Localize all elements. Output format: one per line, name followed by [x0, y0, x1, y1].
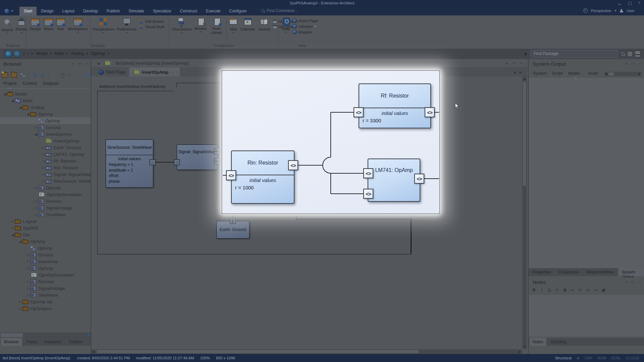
- search-button[interactable]: Search: [0, 17, 14, 35]
- expand-arrow-icon[interactable]: ▷: [26, 260, 30, 263]
- collapse-header-icon[interactable]: »: [97, 60, 100, 66]
- close-icon[interactable]: ×: [85, 62, 88, 66]
- tree-item-ground[interactable]: ▷Ground: [0, 124, 91, 131]
- libraries-button[interactable]: Libraries: [292, 24, 318, 28]
- dock-tab-browser[interactable]: Browser: [1, 338, 22, 346]
- tree-item-opamp[interactable]: ◢OpAmp: [0, 111, 91, 117]
- ribbon-tab-design[interactable]: Design: [37, 7, 58, 15]
- browser-horizontal-scrollbar[interactable]: [0, 333, 91, 338]
- new-folder-icon[interactable]: [11, 72, 17, 78]
- expand-arrow-icon[interactable]: ▷: [41, 179, 46, 183]
- chevron-down-icon[interactable]: [513, 63, 515, 64]
- new-diagram-icon[interactable]: [20, 73, 25, 77]
- tree-item-opamppre[interactable]: ▷OpAmppre: [0, 305, 91, 312]
- image-button[interactable]: ▣: [601, 288, 605, 292]
- scroll-down-icon[interactable]: [523, 346, 526, 348]
- block-lm741-opamp[interactable]: LM741: OpAmp: [368, 159, 420, 202]
- close-diagram-icon[interactable]: ×: [520, 62, 523, 65]
- expand-arrow-icon[interactable]: ▷: [34, 213, 38, 216]
- lm741-input-port-1[interactable]: <>: [363, 168, 373, 178]
- expand-arrow-icon[interactable]: ▷: [26, 293, 30, 297]
- discussions-button[interactable]: Discussions: [171, 17, 193, 34]
- find-command-box[interactable]: Find Command...: [261, 8, 298, 13]
- dock-tab-responsibilities[interactable]: Responsibilities: [583, 268, 618, 276]
- close-icon[interactable]: ×: [639, 281, 641, 284]
- tree-item-sinesource-sinewave[interactable]: ▷SineSource: SineWave: [0, 178, 91, 184]
- canvas-horizontal-scrollbar[interactable]: [91, 349, 522, 354]
- scroll-right-icon[interactable]: [88, 334, 90, 337]
- bold-button[interactable]: B: [532, 288, 536, 292]
- status-mode[interactable]: Structural: [555, 356, 571, 360]
- ribbon-tab-execute[interactable]: Execute: [202, 7, 225, 15]
- dock-tab-properties[interactable]: Properties: [529, 268, 554, 276]
- expand-panel-icon[interactable]: [86, 73, 89, 77]
- tree-item-opamp[interactable]: OpAmp: [0, 117, 91, 124]
- nav-back-button[interactable]: ←: [5, 50, 12, 58]
- browser-tab-context[interactable]: Context: [22, 81, 37, 86]
- tree-item-signalvoltage[interactable]: ▷SignalVoltage: [0, 285, 91, 292]
- perspectives-button[interactable]: Perspectives: [92, 17, 115, 34]
- scroll-left-icon[interactable]: [93, 351, 94, 353]
- search-icon[interactable]: [621, 52, 625, 56]
- nav-forward-button[interactable]: →: [13, 50, 21, 58]
- superscript-button[interactable]: x²: [578, 288, 582, 292]
- pin-icon[interactable]: [632, 281, 635, 283]
- scrollbar-thumb[interactable]: [1, 333, 23, 337]
- output-tab-system[interactable]: System: [533, 71, 547, 76]
- notes-content[interactable]: [529, 295, 644, 337]
- lm741-output-port[interactable]: <>: [414, 174, 424, 184]
- scroll-left-icon[interactable]: [605, 73, 607, 75]
- tree-item-invertopamp[interactable]: InvertOpAmp: [0, 137, 91, 144]
- tree-item-rf-resistor[interactable]: ▷Rf: Resistor: [0, 158, 91, 164]
- tree-item-resistor[interactable]: ▷Resistor: [0, 198, 91, 204]
- expand-arrow-icon[interactable]: ▷: [26, 253, 30, 256]
- collapse-arrow-icon[interactable]: ◢: [34, 132, 38, 136]
- tree-item-opamp[interactable]: ▷OpAmp: [0, 184, 91, 191]
- tree-item-opampsimulation[interactable]: OpAmpSimulation: [0, 272, 91, 278]
- tree-item-logical[interactable]: ▷Logical: [0, 218, 91, 225]
- tree-item-signalvoltage[interactable]: ▷SignalVoltage: [0, 204, 91, 211]
- maximize-button[interactable]: [628, 1, 632, 5]
- help-button[interactable]: Help: [280, 17, 291, 34]
- breadcrumb-item-math[interactable]: Math: [55, 51, 64, 56]
- design-button[interactable]: Design: [28, 17, 42, 32]
- tree-item-ground[interactable]: ▷Ground: [0, 251, 91, 258]
- expand-arrow-icon[interactable]: ▷: [41, 153, 46, 156]
- pin-icon[interactable]: [632, 63, 635, 65]
- tree-item-opamp[interactable]: OpAmp: [0, 245, 91, 251]
- tree-item-old[interactable]: ◢Old: [0, 231, 91, 238]
- hyperlink-button[interactable]: ∞: [594, 288, 598, 292]
- expand-arrow-icon[interactable]: ▷: [18, 300, 22, 303]
- ribbon-tab-publish[interactable]: Publish: [102, 7, 124, 15]
- breadcrumb-item-opamp[interactable]: OpAmp: [91, 51, 105, 56]
- scroll-right-icon[interactable]: [519, 351, 521, 353]
- new-package-icon[interactable]: [2, 72, 8, 78]
- ribbon-tab-configure[interactable]: Configure: [225, 7, 251, 15]
- collapse-arrow-icon[interactable]: ◢: [3, 92, 7, 96]
- move-up-icon[interactable]: [32, 73, 37, 77]
- dock-tab-toolbox[interactable]: Toolbox: [65, 338, 86, 346]
- signal-input-port[interactable]: →: [174, 159, 180, 165]
- expand-arrow-icon[interactable]: [525, 52, 527, 56]
- expand-arrow-icon[interactable]: ▷: [10, 220, 15, 223]
- find-package-input[interactable]: Find Package: [531, 50, 618, 58]
- ribbon-tab-specialize[interactable]: Specialize: [149, 7, 176, 15]
- collapse-arrow-icon[interactable]: ◢: [10, 233, 15, 236]
- tab-scrollbar[interactable]: [604, 72, 641, 76]
- ribbon-tab-develop[interactable]: Develop: [79, 7, 102, 15]
- tree-item-sysphs[interactable]: ▷SysPhS: [0, 225, 91, 231]
- font-color-button[interactable]: A: [555, 288, 559, 292]
- register-button[interactable]: Register: [292, 30, 318, 34]
- expand-arrow-icon[interactable]: ▷: [34, 126, 38, 129]
- workspaces-button[interactable]: Workspaces: [66, 17, 89, 34]
- dock-tab-system-output[interactable]: System Output: [618, 268, 644, 276]
- panel-menu-icon[interactable]: [625, 63, 628, 65]
- chevron-down-icon[interactable]: [68, 74, 70, 76]
- browser-tab-project[interactable]: Project: [3, 81, 16, 86]
- journal-button[interactable]: Journal: [257, 17, 271, 32]
- scroll-right-icon[interactable]: [639, 73, 640, 75]
- dock-tab-inspector[interactable]: Inspector: [41, 338, 64, 346]
- close-icon[interactable]: ×: [639, 62, 641, 66]
- user-label[interactable]: User: [627, 9, 635, 13]
- collapse-arrow-icon[interactable]: ◢: [18, 240, 22, 243]
